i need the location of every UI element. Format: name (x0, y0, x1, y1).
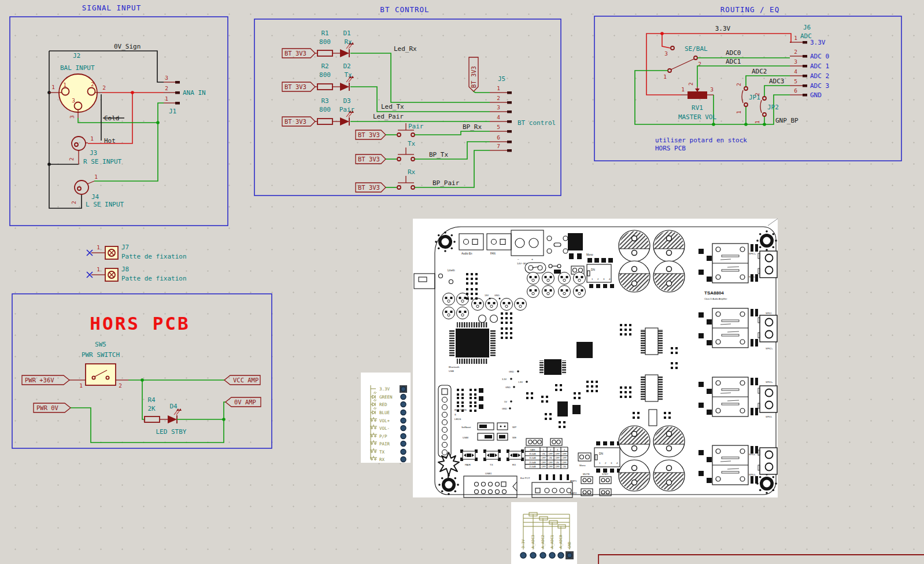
inner-pin3: 3 (72, 97, 75, 104)
connector-j1[interactable]: 3 2 1 ANA IN J1 (164, 75, 206, 115)
connector-j4[interactable]: 1 2 J4 L SE INPUT (71, 174, 124, 208)
global-label-pwr36[interactable]: PWR +36V (22, 375, 69, 385)
legend-left-image[interactable]: 3.3V GREEN RED BLUE VOL+ VOL- P/P PAIR T… (361, 373, 411, 463)
mounting-j7[interactable]: 1 J7 Patte de fixation (87, 244, 187, 260)
net-label-hot[interactable]: Hot (104, 137, 116, 145)
section-title[interactable]: BT CONTROL (380, 5, 429, 14)
push-button-rx[interactable]: Rx (386, 168, 416, 189)
net-label[interactable]: BP_Rx (463, 123, 482, 131)
pcb-label: Ext POT (520, 477, 530, 480)
switch-se-bal[interactable]: 3 2 1 SE/BAL (663, 45, 708, 80)
connector-j5[interactable]: J5 1 2 3 4 5 6 7 BT control (490, 75, 556, 152)
section-bt-control: BT CONTROL BT 3V3 R1 800 D1 Rx Led_Rx BT… (254, 5, 561, 196)
note-text[interactable]: HORS PCB (655, 145, 686, 152)
pcb-label: USB1 (485, 472, 492, 475)
pin-label: ADC 3 (810, 82, 829, 90)
gain-cell: 35.6dB (529, 453, 536, 455)
gain-cell: 4 (564, 449, 565, 451)
legend-pad (558, 552, 564, 558)
value: Pair (339, 106, 355, 113)
resistor-r4[interactable]: R4 2K (145, 396, 160, 422)
pin2-number: 2 (735, 83, 742, 86)
net-label-cold[interactable]: Cold (104, 115, 120, 122)
bt3v3-global-label[interactable]: BT 3V3 (282, 49, 315, 58)
value: L SE INPUT (86, 201, 124, 208)
wire-to-r4 (142, 380, 145, 419)
ref: R2 (321, 62, 328, 70)
switch-sw5[interactable]: SW5 PWR SWITCH 1 2 (79, 341, 122, 389)
net-label[interactable]: Led_Tx (381, 103, 404, 110)
jumper-jp1[interactable]: 2 1 JP1 (735, 83, 760, 114)
legend-bottom-image[interactable]: 3.3V A_ADC3 A_ADC2 A_ADC1 A_ADC0 GND (511, 502, 577, 564)
xlr-connector-j2[interactable]: J2 BAL INPUT 1 2 3 1 2 3 (49, 52, 106, 119)
global-label-0v-amp[interactable]: 0V AMP (226, 397, 261, 407)
net-label[interactable]: BP_Pair (433, 179, 460, 187)
pcb-label: WE (512, 436, 516, 439)
gain-cell: OFF (548, 466, 553, 468)
net-label-gnp-bp[interactable]: GNP_BP (775, 117, 799, 124)
bt3v3-global-label[interactable]: BT 3V3 (356, 183, 386, 192)
bt3v3-global-label[interactable]: BT 3V3 (356, 154, 386, 164)
ref: J1 (169, 108, 176, 115)
resistor-r1[interactable]: R1 800 (317, 30, 332, 56)
pcb-label: LEDS (454, 418, 461, 421)
net-label-33v[interactable]: 3.3V (715, 25, 731, 32)
ref: J8 (121, 266, 129, 273)
bt3v3-global-label-vertical[interactable]: BT 3V3 (469, 57, 478, 91)
global-label-vcc-amp[interactable]: VCC AMP (224, 375, 260, 385)
section-routing-eq: ROUTING / EQ 3.3V 3 2 1 SE/BAL ADC0 ADC1… (594, 5, 901, 161)
mounting-j8[interactable]: 1 J8 Patte de fixation (87, 266, 187, 282)
pcb-layout-image[interactable]: Audio En FAN − + 14V~36V Mono DN 1 2 3 4 (413, 219, 778, 497)
potentiometer-rv1[interactable]: 1 2 3 RV1 MASTER VOL (678, 82, 717, 121)
net-label-adc3[interactable]: ADC3 (769, 78, 785, 85)
section-title[interactable]: SIGNAL INPUT (82, 3, 141, 12)
resistor-r2[interactable]: R2 800 (317, 62, 332, 90)
pin1-number: 1 (735, 110, 742, 114)
gain-cell: OFF (555, 453, 560, 455)
global-label-pwr0[interactable]: PWR 0V (34, 403, 71, 412)
ref: D2 (343, 62, 350, 70)
pcb-cap (619, 230, 650, 261)
pcb-inductor (568, 233, 583, 250)
ref: R4 (147, 396, 156, 404)
note-text[interactable]: utiliser potard en stock (655, 137, 747, 144)
net-label-adc2[interactable]: ADC2 (752, 68, 767, 75)
wire-green-j4 (94, 123, 158, 181)
value: Pair (408, 123, 424, 130)
label-text: 0V AMP (234, 399, 256, 406)
svg-text:P/P: P/P (379, 434, 387, 439)
pin3-number: 3 (710, 86, 714, 93)
pcb-label: MUTE (583, 473, 590, 475)
pin2-number: 2 (688, 82, 694, 86)
pin-number: 1 (97, 266, 100, 272)
spk-label: SPK3- (766, 415, 773, 418)
net-label-adc0[interactable]: ADC0 (726, 49, 741, 57)
net-label-0v-sign[interactable]: 0V_Sign (114, 43, 141, 50)
wire-bp-rx (415, 131, 490, 135)
wire-33v-sebal (662, 34, 670, 48)
value: Rx (408, 168, 416, 176)
net-label[interactable]: BP_Tx (429, 151, 448, 158)
schematic-canvas[interactable]: SIGNAL INPUT 0V_Sign Cold Hot J2 BAL INP… (0, 0, 924, 564)
bt3v3-global-label[interactable]: BT 3V3 (282, 117, 315, 126)
pcb-part-subtitle: Class D Audio Amplifier (704, 298, 727, 300)
ref: J7 (121, 244, 129, 251)
pcb-relay-4 (712, 445, 748, 485)
junction-red (131, 91, 134, 94)
net-label[interactable]: Led_Rx (394, 45, 417, 53)
legend-pad (520, 552, 526, 558)
pin-number: 2 (794, 49, 797, 55)
gain-cell: ON (563, 466, 566, 468)
pin1-number: 1 (79, 382, 83, 389)
section-title[interactable]: ROUTING / EQ (720, 5, 779, 14)
connector-j6[interactable]: J6 ADC 1 2 3 4 5 6 3.3V ADC 0 ADC 1 ADC … (790, 24, 829, 99)
hors-pcb-title[interactable]: HORS PCB (90, 313, 190, 334)
net-label-adc1[interactable]: ADC1 (726, 58, 741, 65)
resistor-r3[interactable]: R3 800 (317, 97, 332, 124)
gain-cell: 25.6dB (529, 462, 536, 464)
pcb-label: AMP2 (570, 492, 577, 495)
bt3v3-global-label[interactable]: BT 3V3 (282, 82, 315, 91)
net-label[interactable]: Led_Pair (373, 113, 404, 120)
push-button-tx[interactable]: Tx (386, 140, 416, 161)
bt3v3-global-label[interactable]: BT 3V3 (356, 130, 386, 139)
